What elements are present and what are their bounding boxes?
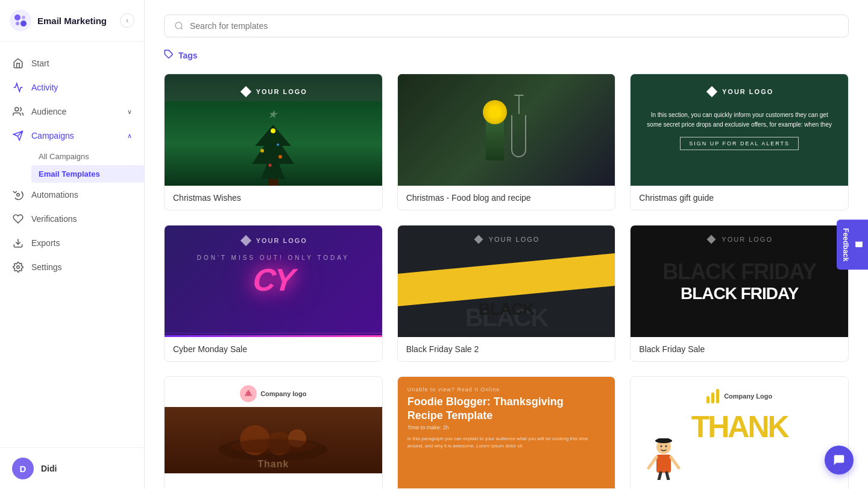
- cyber-monday-logo: YOUR LOGO: [239, 234, 307, 247]
- svg-point-17: [260, 149, 264, 153]
- sidebar-item-settings-label: Settings: [31, 262, 62, 272]
- svg-line-40: [659, 473, 661, 480]
- sidebar-item-activity-label: Activity: [31, 83, 58, 92]
- svg-point-3: [22, 16, 25, 19]
- template-thumb-thanksgiving-corp: Company Logo THANK: [631, 377, 848, 488]
- svg-marker-24: [241, 235, 251, 246]
- template-grid: YOUR LOGO: [164, 74, 849, 489]
- tags-section: Tags: [164, 49, 849, 62]
- activity-icon: [12, 81, 24, 93]
- svg-point-2: [20, 21, 27, 27]
- template-card-christmas-food[interactable]: YOUR LOGO Christmas - Food blo: [397, 74, 616, 210]
- chat-button[interactable]: [825, 446, 854, 475]
- main-content: Tags YOUR LOGO: [145, 0, 868, 489]
- template-thumb-christmas-wishes: YOUR LOGO: [165, 74, 382, 186]
- christmas-wishes-logo: YOUR LOGO: [239, 85, 307, 98]
- sidebar-item-activity[interactable]: Activity: [0, 75, 144, 99]
- svg-point-19: [269, 164, 272, 167]
- sidebar-brand: Email Marketing: [10, 10, 107, 31]
- template-card-black-friday[interactable]: YOUR LOGO BLACK FRIDAY BLACK FRIDAY Blac…: [630, 225, 849, 362]
- sidebar-footer: D Didi: [0, 447, 144, 489]
- template-card-thanksgiving-food[interactable]: Company logo Thank Thanksgiving: [164, 376, 383, 489]
- template-thumb-christmas-food: YOUR LOGO: [398, 74, 615, 186]
- template-thumb-christmas-gift: YOUR LOGO In this section, you can quick…: [631, 74, 848, 186]
- sidebar-navigation: Start Activity Audience ∨ Campaigns ∧: [0, 42, 144, 447]
- template-thumb-black-friday-2: YOUR LOGO BLACK BLACK: [398, 226, 615, 337]
- sidebar-item-audience-label: Audience: [31, 107, 66, 116]
- automations-icon: [12, 189, 24, 201]
- verifications-icon: [12, 213, 24, 225]
- svg-marker-25: [474, 235, 483, 244]
- sidebar-item-email-templates[interactable]: Email Templates: [31, 165, 144, 183]
- sidebar-item-exports-label: Exports: [31, 238, 60, 248]
- template-thumb-thanksgiving-food: Company logo Thank: [165, 377, 382, 488]
- campaigns-chevron-icon: ∧: [127, 132, 132, 140]
- template-name-black-friday-2: Black Friday Sale 2: [398, 337, 615, 361]
- svg-point-4: [16, 22, 19, 25]
- search-input[interactable]: [190, 21, 838, 31]
- search-icon: [174, 21, 184, 31]
- svg-marker-26: [707, 235, 716, 244]
- svg-line-38: [649, 457, 656, 468]
- sidebar-item-automations-label: Automations: [31, 190, 78, 200]
- sidebar-item-automations[interactable]: Automations: [0, 183, 144, 207]
- tag-icon: [164, 49, 174, 62]
- sidebar-item-verifications-label: Verifications: [31, 214, 77, 224]
- sidebar-item-start[interactable]: Start: [0, 51, 144, 75]
- audience-icon: [12, 106, 24, 118]
- template-thumb-cyber-monday: YOUR LOGO DON'T MISS OUT! ONLY TODAY CY: [165, 226, 382, 337]
- sidebar: Email Marketing ‹ Start Activity Audienc…: [0, 0, 145, 489]
- template-card-thanksgiving-blog[interactable]: Unable to view? Read it Online Foodie Bl…: [397, 376, 616, 489]
- search-bar: [164, 14, 849, 37]
- svg-point-20: [277, 144, 279, 146]
- svg-rect-16: [268, 179, 278, 186]
- brand-logo-icon: [10, 10, 31, 31]
- sidebar-header: Email Marketing ‹: [0, 0, 144, 42]
- svg-point-30: [245, 394, 247, 396]
- template-name-black-friday: Black Friday Sale: [631, 337, 848, 361]
- sidebar-collapse-button[interactable]: ‹: [120, 13, 134, 28]
- svg-point-44: [661, 446, 662, 447]
- svg-line-41: [667, 473, 668, 480]
- campaigns-sub-navigation: All Campaigns Email Templates: [0, 148, 144, 183]
- svg-point-18: [278, 155, 282, 159]
- template-thumb-thanksgiving-blog: Unable to view? Read it Online Foodie Bl…: [398, 377, 615, 488]
- svg-point-10: [17, 266, 20, 269]
- svg-point-45: [665, 446, 667, 447]
- feedback-tab[interactable]: Feedback: [837, 219, 868, 270]
- campaigns-icon: [12, 130, 24, 142]
- sidebar-item-verifications[interactable]: Verifications: [0, 207, 144, 231]
- svg-point-35: [231, 439, 315, 453]
- svg-point-5: [15, 107, 19, 111]
- svg-line-12: [181, 28, 183, 30]
- svg-rect-37: [656, 455, 671, 473]
- svg-point-11: [175, 22, 182, 29]
- sidebar-item-campaigns[interactable]: Campaigns ∧: [0, 124, 144, 148]
- template-name-cyber-monday: Cyber Monday Sale: [165, 337, 382, 361]
- sidebar-item-audience[interactable]: Audience ∨: [0, 99, 144, 124]
- user-name: Didi: [41, 464, 57, 473]
- template-name-christmas-food: Christmas - Food blog and recipe: [398, 186, 615, 210]
- template-card-thanksgiving-corp[interactable]: Company Logo THANK: [630, 376, 849, 489]
- template-card-black-friday-2[interactable]: YOUR LOGO BLACK BLACK Black Friday Sale …: [397, 225, 616, 362]
- template-card-cyber-monday[interactable]: YOUR LOGO DON'T MISS OUT! ONLY TODAY CY …: [164, 225, 383, 362]
- template-card-christmas-gift[interactable]: YOUR LOGO In this section, you can quick…: [630, 74, 849, 210]
- svg-point-1: [14, 14, 20, 21]
- svg-point-8: [17, 194, 20, 197]
- christmas-gift-logo: YOUR LOGO: [705, 85, 773, 98]
- sidebar-item-all-campaigns[interactable]: All Campaigns: [31, 148, 144, 165]
- sidebar-item-start-label: Start: [31, 58, 49, 68]
- svg-line-39: [671, 457, 679, 468]
- sidebar-item-exports[interactable]: Exports: [0, 231, 144, 255]
- audience-chevron-icon: ∨: [127, 108, 132, 116]
- template-name-christmas-gift: Christmas gift guide: [631, 186, 848, 210]
- svg-point-21: [271, 128, 275, 133]
- svg-point-28: [248, 390, 250, 392]
- template-card-christmas-wishes[interactable]: YOUR LOGO: [164, 74, 383, 210]
- svg-marker-23: [706, 86, 717, 97]
- sidebar-item-settings[interactable]: Settings: [0, 255, 144, 279]
- sidebar-item-campaigns-label: Campaigns: [31, 131, 74, 140]
- settings-icon: [12, 261, 24, 273]
- feedback-label: Feedback: [841, 228, 850, 261]
- avatar: D: [12, 458, 34, 479]
